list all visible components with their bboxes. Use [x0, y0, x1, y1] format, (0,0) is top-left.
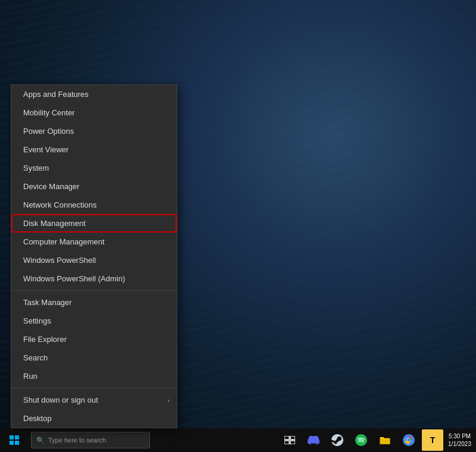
svg-rect-0	[284, 436, 289, 440]
menu-item-search[interactable]: Search	[11, 349, 177, 367]
menu-item-settings[interactable]: Settings	[11, 312, 177, 330]
toptal-label: T	[430, 435, 436, 445]
menu-item-shutdown-signout[interactable]: Shut down or sign out ›	[11, 391, 177, 409]
menu-item-mobility-center[interactable]: Mobility Center	[11, 103, 177, 122]
menu-item-event-viewer[interactable]: Event Viewer	[11, 140, 177, 159]
menu-separator-1	[11, 290, 177, 291]
menu-item-apps-features[interactable]: Apps and Features	[11, 85, 177, 103]
discord-icon[interactable]	[303, 429, 324, 451]
taskbar: 🔍 Type here to search	[0, 428, 476, 452]
menu-item-device-manager[interactable]: Device Manager	[11, 177, 177, 196]
menu-item-file-explorer[interactable]: File Explorer	[11, 330, 177, 349]
menu-item-task-manager[interactable]: Task Manager	[11, 293, 177, 312]
windows-logo-icon	[10, 435, 19, 445]
system-clock[interactable]: 5:30 PM 1/1/2023	[448, 432, 471, 448]
menu-item-power-options[interactable]: Power Options	[11, 122, 177, 140]
menu-item-disk-management[interactable]: Disk Management	[11, 214, 177, 233]
svg-rect-3	[290, 441, 295, 444]
svg-rect-2	[284, 441, 289, 444]
submenu-arrow-icon: ›	[167, 397, 170, 404]
taskbar-search-icon: 🔍	[36, 437, 45, 444]
menu-item-network-connections[interactable]: Network Connections	[11, 196, 177, 214]
taskbar-search[interactable]: 🔍 Type here to search	[31, 432, 150, 448]
toptal-icon[interactable]: T	[422, 429, 443, 451]
clock-time: 5:30 PM	[449, 432, 471, 440]
task-view-icon[interactable]	[279, 429, 300, 451]
chrome-icon[interactable]	[398, 429, 419, 451]
spotify-icon[interactable]	[350, 429, 372, 451]
menu-item-system[interactable]: System	[11, 159, 177, 177]
taskbar-pinned-icons: T	[279, 429, 443, 451]
clock-date: 1/1/2023	[448, 440, 471, 448]
menu-item-windows-powershell-admin[interactable]: Windows PowerShell (Admin)	[11, 269, 177, 288]
menu-item-desktop[interactable]: Desktop	[11, 409, 177, 428]
file-explorer-taskbar-icon[interactable]	[374, 429, 396, 451]
taskbar-search-placeholder: Type here to search	[48, 437, 106, 444]
menu-item-windows-powershell[interactable]: Windows PowerShell	[11, 251, 177, 269]
start-button[interactable]	[0, 428, 29, 452]
menu-item-run[interactable]: Run	[11, 367, 177, 385]
steam-icon[interactable]	[327, 429, 348, 451]
context-menu: Apps and Features Mobility Center Power …	[11, 84, 177, 428]
svg-rect-1	[290, 436, 295, 440]
menu-item-computer-management[interactable]: Computer Management	[11, 233, 177, 251]
menu-separator-2	[11, 388, 177, 388]
